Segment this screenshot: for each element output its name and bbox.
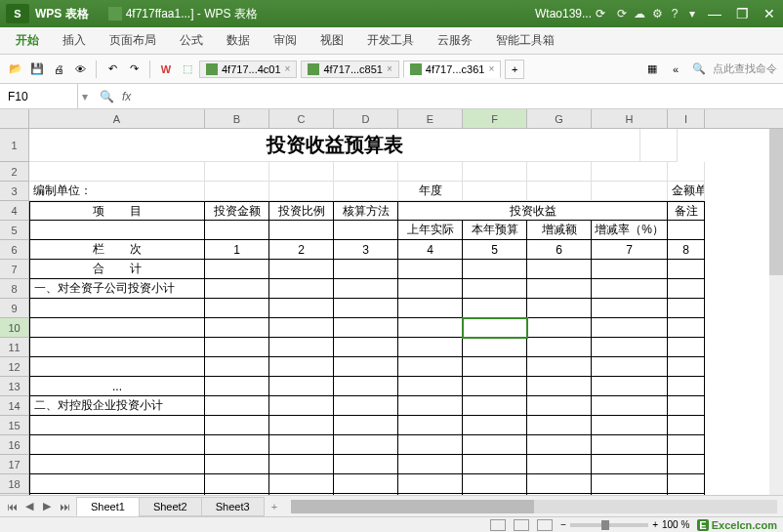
cell[interactable] (29, 474, 205, 494)
col-header-c[interactable]: C (269, 109, 334, 128)
cell[interactable] (463, 455, 527, 474)
cell[interactable] (463, 396, 527, 416)
row-header-15[interactable]: 15 (0, 416, 29, 435)
cell[interactable]: 5 (463, 240, 527, 260)
cell[interactable] (527, 182, 592, 201)
cell[interactable] (398, 299, 463, 318)
cell-header-ratio[interactable]: 投资比例 (269, 201, 334, 221)
cell[interactable] (269, 435, 334, 455)
cell[interactable] (269, 338, 334, 357)
row-header-17[interactable]: 17 (0, 455, 29, 474)
cell-selected[interactable] (463, 318, 527, 338)
cell-header-return[interactable]: 投资收益 (398, 201, 668, 221)
cell[interactable] (334, 338, 398, 357)
cell[interactable] (668, 435, 705, 455)
cell[interactable] (29, 416, 205, 435)
cell[interactable] (29, 221, 205, 240)
cellref-dropdown[interactable]: ▾ (78, 90, 92, 103)
cell[interactable] (398, 357, 463, 377)
cell[interactable] (668, 416, 705, 435)
row-header-12[interactable]: 12 (0, 357, 29, 377)
cell[interactable] (668, 338, 705, 357)
cell[interactable] (463, 377, 527, 396)
row-header-14[interactable]: 14 (0, 396, 29, 416)
zoom-slider-thumb[interactable] (601, 520, 609, 530)
cell-header-this-year[interactable]: 本年预算 (463, 221, 527, 240)
view-break-icon[interactable] (537, 519, 553, 531)
sheet-nav-prev[interactable]: ◀ (21, 499, 37, 514)
col-header-f[interactable]: F (463, 109, 527, 128)
cell[interactable] (398, 474, 463, 494)
cell-total-label[interactable]: 合 计 (29, 260, 205, 279)
menu-view[interactable]: 视图 (309, 28, 355, 53)
cell[interactable] (592, 279, 668, 299)
cell[interactable]: 7 (592, 240, 668, 260)
vertical-scrollbar[interactable] (769, 129, 783, 495)
row-header-1[interactable]: 1 (0, 129, 29, 162)
collapse-icon[interactable]: « (666, 60, 685, 79)
cell-header-change[interactable]: 增减额 (527, 221, 592, 240)
add-tab-button[interactable]: + (505, 60, 524, 79)
cell-header-rate[interactable]: 增减率（%） (592, 221, 668, 240)
cell[interactable] (592, 474, 668, 494)
view-page-icon[interactable] (514, 519, 529, 531)
cell-subtotal-1[interactable]: 一、对全资子公司投资小计 (29, 279, 205, 299)
cell-header-item[interactable]: 项 目 (29, 201, 205, 221)
cell[interactable] (592, 416, 668, 435)
zoom-percent[interactable]: 100 % (662, 519, 689, 530)
scrollbar-thumb[interactable] (291, 500, 534, 513)
sheet-tab-2[interactable]: Sheet2 (139, 497, 202, 516)
cell[interactable] (205, 182, 269, 201)
formula-input[interactable] (139, 84, 783, 108)
menu-data[interactable]: 数据 (215, 28, 262, 53)
cell[interactable] (269, 377, 334, 396)
col-header-a[interactable]: A (29, 109, 205, 128)
col-header-i[interactable]: I (668, 109, 705, 128)
col-header-d[interactable]: D (334, 109, 398, 128)
cell[interactable] (463, 435, 527, 455)
cell[interactable] (463, 162, 527, 182)
cell[interactable] (269, 162, 334, 182)
cell[interactable]: 8 (668, 240, 705, 260)
cell[interactable] (334, 318, 398, 338)
cell-ellipsis[interactable]: ... (29, 377, 205, 396)
cell[interactable] (269, 260, 334, 279)
cell-title[interactable]: 投资收益预算表 (29, 129, 640, 162)
cell[interactable] (334, 162, 398, 182)
row-header-13[interactable]: 13 (0, 377, 29, 396)
help-icon[interactable]: ? (666, 5, 683, 22)
col-header-e[interactable]: E (398, 109, 463, 128)
cell[interactable]: 3 (334, 240, 398, 260)
cell[interactable]: 6 (527, 240, 592, 260)
cell[interactable] (668, 318, 705, 338)
search-icon[interactable]: 🔍 (689, 60, 709, 79)
cell[interactable] (205, 416, 269, 435)
print-icon[interactable]: 🖨 (49, 60, 68, 79)
cell[interactable] (334, 377, 398, 396)
cell[interactable] (463, 260, 527, 279)
cell[interactable] (668, 260, 705, 279)
cell[interactable] (398, 260, 463, 279)
cell[interactable] (398, 318, 463, 338)
cell[interactable] (592, 162, 668, 182)
cell[interactable]: 4 (398, 240, 463, 260)
cell[interactable] (205, 396, 269, 416)
cell[interactable] (29, 299, 205, 318)
cell[interactable] (398, 455, 463, 474)
cell[interactable] (668, 221, 705, 240)
row-header-9[interactable]: 9 (0, 299, 29, 318)
row-header-11[interactable]: 11 (0, 338, 29, 357)
row-header-6[interactable]: 6 (0, 240, 29, 260)
restore-button[interactable]: ❐ (728, 0, 756, 27)
settings-icon[interactable]: ⚙ (648, 5, 666, 22)
cell[interactable] (205, 260, 269, 279)
cell[interactable] (527, 162, 592, 182)
cell-header-amount[interactable]: 投资金额 (205, 201, 269, 221)
cell[interactable] (592, 455, 668, 474)
row-header-8[interactable]: 8 (0, 279, 29, 299)
sync-icon[interactable]: ⟳ (613, 5, 631, 22)
cell[interactable] (334, 396, 398, 416)
cell[interactable] (527, 299, 592, 318)
cell[interactable] (592, 182, 668, 201)
cell-amount-unit-label[interactable]: 金额单位： (668, 182, 705, 201)
